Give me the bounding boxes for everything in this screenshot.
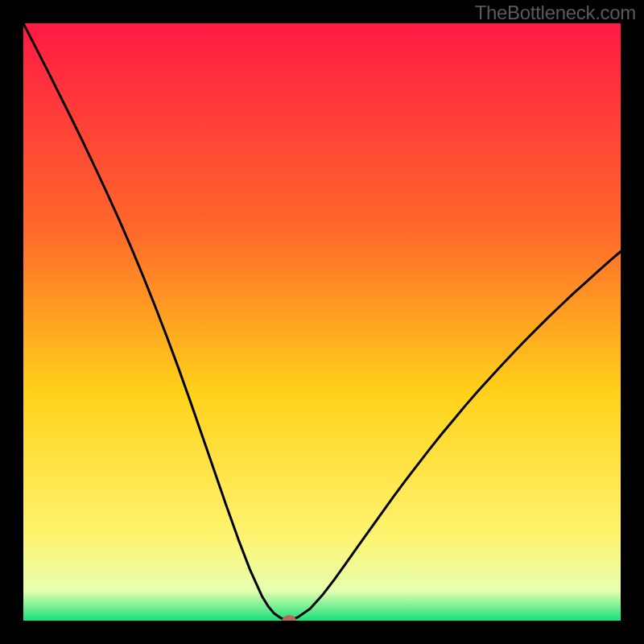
chart-svg xyxy=(23,23,621,621)
plot-area xyxy=(23,23,621,621)
gradient-background xyxy=(23,23,621,621)
watermark-text: TheBottleneck.com xyxy=(475,2,636,24)
chart-frame: TheBottleneck.com xyxy=(0,0,644,644)
